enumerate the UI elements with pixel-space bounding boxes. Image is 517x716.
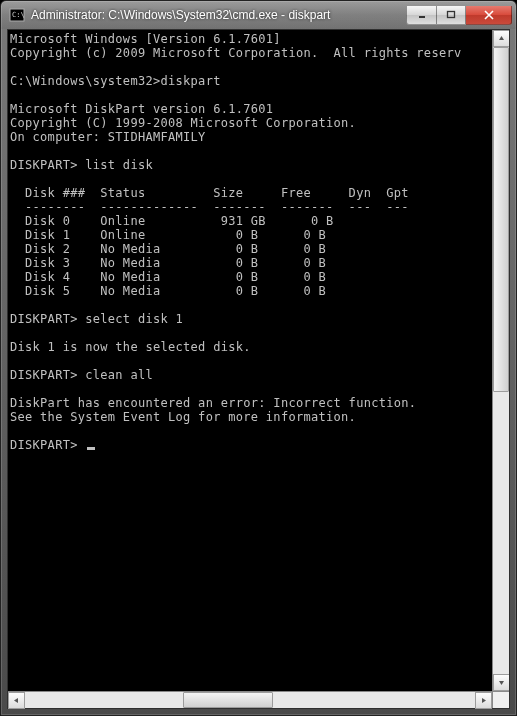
minimize-button[interactable] bbox=[406, 6, 436, 25]
window-buttons bbox=[406, 6, 512, 25]
terminal-line: Microsoft DiskPart version 6.1.7601 bbox=[10, 102, 273, 116]
terminal-line: Disk 2 No Media 0 B 0 B bbox=[10, 242, 326, 256]
terminal-line: -------- ------------- ------- ------- -… bbox=[10, 200, 409, 214]
scrollbar-corner bbox=[492, 691, 509, 708]
svg-text:C:\: C:\ bbox=[12, 11, 25, 19]
terminal-line: Disk 4 No Media 0 B 0 B bbox=[10, 270, 326, 284]
terminal-line: DiskPart has encountered an error: Incor… bbox=[10, 396, 416, 410]
terminal-line: On computer: STIDHAMFAMILY bbox=[10, 130, 206, 144]
terminal-line: Disk 1 Online 0 B 0 B bbox=[10, 228, 326, 242]
close-button[interactable] bbox=[466, 6, 512, 25]
titlebar[interactable]: C:\ Administrator: C:\Windows\System32\c… bbox=[1, 1, 516, 29]
terminal-line: Disk 0 Online 931 GB 0 B bbox=[10, 214, 334, 228]
terminal-line: Copyright (C) 1999-2008 Microsoft Corpor… bbox=[10, 116, 356, 130]
terminal-line: DISKPART> select disk 1 bbox=[10, 312, 183, 326]
vertical-scrollbar[interactable] bbox=[492, 30, 509, 691]
cmd-icon: C:\ bbox=[9, 7, 25, 23]
terminal-line: DISKPART> list disk bbox=[10, 158, 153, 172]
maximize-button[interactable] bbox=[436, 6, 466, 25]
horizontal-scrollbar[interactable] bbox=[8, 691, 492, 708]
terminal-line: Disk ### Status Size Free Dyn Gpt bbox=[10, 186, 409, 200]
terminal-line: See the System Event Log for more inform… bbox=[10, 410, 356, 424]
scroll-track-vertical[interactable] bbox=[493, 47, 509, 674]
client-area: Microsoft Windows [Version 6.1.7601] Cop… bbox=[7, 29, 510, 709]
terminal-line: Microsoft Windows [Version 6.1.7601] bbox=[10, 32, 281, 46]
terminal-output[interactable]: Microsoft Windows [Version 6.1.7601] Cop… bbox=[8, 30, 492, 691]
scroll-left-button[interactable] bbox=[8, 692, 25, 709]
scroll-up-button[interactable] bbox=[493, 30, 509, 47]
terminal-line: Disk 3 No Media 0 B 0 B bbox=[10, 256, 326, 270]
scroll-down-button[interactable] bbox=[493, 674, 509, 691]
scroll-right-button[interactable] bbox=[475, 692, 492, 709]
terminal-line: DISKPART> clean all bbox=[10, 368, 153, 382]
terminal-prompt: DISKPART> bbox=[10, 438, 85, 452]
cursor-icon bbox=[87, 447, 95, 450]
scroll-thumb-vertical[interactable] bbox=[493, 47, 509, 392]
scroll-track-horizontal[interactable] bbox=[25, 692, 475, 708]
svg-rect-3 bbox=[448, 11, 455, 17]
scroll-thumb-horizontal[interactable] bbox=[183, 692, 273, 708]
terminal-line: Disk 5 No Media 0 B 0 B bbox=[10, 284, 326, 298]
terminal-line: Copyright (c) 2009 Microsoft Corporation… bbox=[10, 46, 461, 60]
terminal-line: Disk 1 is now the selected disk. bbox=[10, 340, 251, 354]
terminal-line: C:\Windows\system32>diskpart bbox=[10, 74, 221, 88]
cmd-window: C:\ Administrator: C:\Windows\System32\c… bbox=[0, 0, 517, 716]
window-title: Administrator: C:\Windows\System32\cmd.e… bbox=[31, 8, 406, 22]
